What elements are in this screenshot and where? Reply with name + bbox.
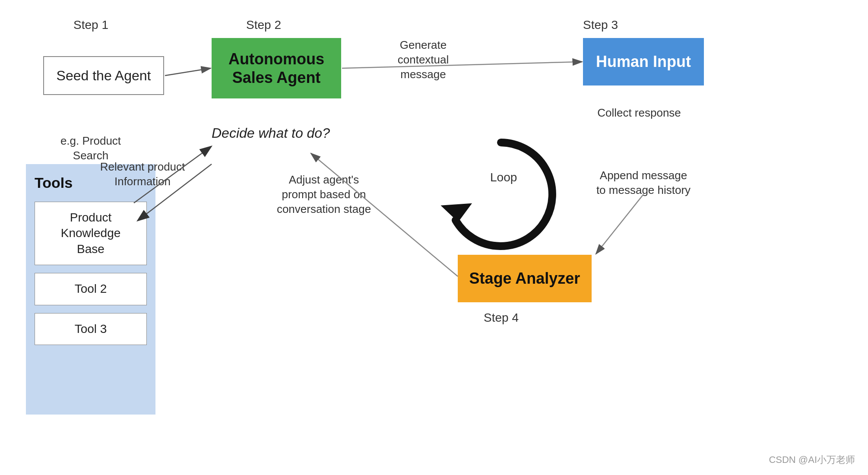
step2-label: Step 2 <box>246 18 281 32</box>
svg-line-2 <box>165 68 211 76</box>
seed-agent-box: Seed the Agent <box>43 56 164 95</box>
tool-item-3: Tool 3 <box>35 313 147 345</box>
tool-item-2: Tool 2 <box>35 273 147 305</box>
diagram-container: Step 1 Step 2 Step 3 Seed the Agent Auto… <box>0 0 868 475</box>
tool-item-1: ProductKnowledgeBase <box>35 202 147 265</box>
eg-product-search-annotation: e.g. Product Search <box>56 134 125 163</box>
stage-analyzer-box: Stage Analyzer <box>458 255 592 302</box>
step4-label: Step 4 <box>484 311 519 325</box>
sales-agent-box: Autonomous Sales Agent <box>212 38 341 98</box>
loop-text: Loop <box>490 171 517 184</box>
watermark: CSDN @AI小万老师 <box>769 453 855 466</box>
relevant-product-annotation: Relevant product Information <box>99 160 186 189</box>
step1-label: Step 1 <box>73 18 108 32</box>
generate-contextual-annotation: Generate contextual message <box>376 38 471 82</box>
step3-label: Step 3 <box>583 18 618 32</box>
human-input-box: Human Input <box>583 38 704 86</box>
collect-response-annotation: Collect response <box>596 106 682 120</box>
decide-text: Decide what to do? <box>212 125 330 141</box>
adjust-prompt-annotation: Adjust agent's prompt based on conversat… <box>276 173 371 216</box>
append-message-annotation: Append message to message history <box>596 168 691 198</box>
tools-panel: Tools ProductKnowledgeBase Tool 2 Tool 3 <box>26 164 155 415</box>
svg-marker-8 <box>440 195 476 226</box>
svg-line-7 <box>596 194 643 254</box>
